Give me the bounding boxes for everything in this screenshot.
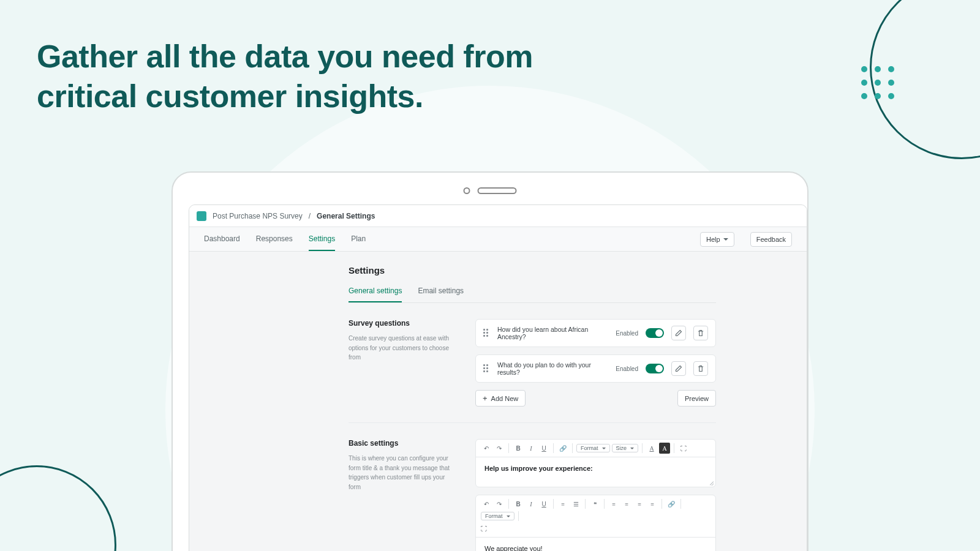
tab-settings[interactable]: Settings [309, 227, 335, 251]
tab-plan[interactable]: Plan [351, 227, 366, 251]
align-left-icon[interactable]: ≡ [608, 498, 619, 509]
message-editor: ↶ ↷ B I U ≡ ☰ ❝ ≡ [475, 495, 716, 551]
redo-icon[interactable]: ↷ [494, 498, 505, 509]
ordered-list-icon[interactable]: ≡ [557, 498, 568, 509]
delete-button[interactable] [693, 361, 708, 376]
page-title: Settings [349, 265, 807, 276]
subtab-email[interactable]: Email settings [418, 287, 464, 302]
chevron-down-icon [723, 238, 728, 241]
tab-dashboard[interactable]: Dashboard [204, 227, 240, 251]
basic-section-desc: This is where you can configure your for… [349, 454, 456, 492]
text-color-icon[interactable]: A [646, 443, 657, 454]
editor-toolbar: ↶ ↷ B I U 🔗 Format Size A [476, 440, 715, 457]
plus-icon: + [483, 394, 488, 402]
help-button[interactable]: Help [700, 232, 734, 247]
settings-subtabs: General settings Email settings [349, 287, 716, 303]
undo-icon[interactable]: ↶ [481, 498, 492, 509]
edit-button[interactable] [671, 326, 686, 340]
align-right-icon[interactable]: ≡ [634, 498, 645, 509]
align-center-icon[interactable]: ≡ [621, 498, 632, 509]
edit-button[interactable] [671, 361, 686, 376]
bold-icon[interactable]: B [513, 443, 524, 454]
question-row: How did you learn about African Ancestry… [475, 319, 716, 347]
bold-icon[interactable]: B [513, 498, 524, 509]
underline-icon[interactable]: U [538, 443, 549, 454]
fullscreen-icon[interactable]: ⛶ [678, 443, 689, 454]
add-new-button[interactable]: + Add New [475, 390, 526, 407]
drag-handle-icon[interactable] [483, 329, 490, 337]
question-row: What do you plan to do with your results… [475, 354, 716, 383]
resize-handle-icon[interactable] [708, 479, 714, 485]
decorative-dots [861, 66, 894, 99]
format-select[interactable]: Format [481, 512, 514, 520]
unordered-list-icon[interactable]: ☰ [570, 498, 581, 509]
basic-section-title: Basic settings [349, 439, 456, 448]
drag-handle-icon[interactable] [483, 364, 490, 373]
title-editor-text: Help us improve your experience: [484, 465, 593, 472]
bg-color-icon[interactable]: A [659, 443, 670, 454]
help-label: Help [706, 236, 720, 243]
breadcrumb-app: Post Purchase NPS Survey [213, 212, 303, 220]
breadcrumb-sep: / [309, 212, 311, 220]
survey-section-desc: Create survey questions at ease with opt… [349, 334, 456, 362]
question-status: Enabled [616, 365, 638, 372]
top-tabs: Dashboard Responses Settings Plan Help F… [189, 227, 807, 252]
marketing-headline: Gather all the data you need from critic… [37, 37, 588, 116]
question-text: What do you plan to do with your results… [497, 361, 608, 376]
tab-responses[interactable]: Responses [256, 227, 293, 251]
question-text: How did you learn about African Ancestry… [497, 326, 608, 340]
basic-settings-section: Basic settings This is where you can con… [349, 423, 716, 551]
link-icon[interactable]: 🔗 [666, 498, 677, 509]
title-editor: ↶ ↷ B I U 🔗 Format Size A [475, 439, 716, 487]
format-select[interactable]: Format [576, 444, 610, 452]
italic-icon[interactable]: I [526, 443, 537, 454]
decorative-arc-bottom [0, 465, 116, 551]
message-editor-body[interactable]: We appreciate you! [476, 538, 715, 551]
question-status: Enabled [616, 330, 638, 337]
fullscreen-icon[interactable]: ⛶ [481, 523, 710, 534]
quote-icon[interactable]: ❝ [589, 498, 600, 509]
device-frame: Post Purchase NPS Survey / General Setti… [172, 171, 809, 551]
enable-toggle[interactable] [646, 328, 664, 338]
content-area: Settings General settings Email settings… [189, 252, 807, 551]
undo-icon[interactable]: ↶ [481, 443, 492, 454]
breadcrumb-page: General Settings [317, 212, 375, 220]
preview-button[interactable]: Preview [677, 390, 716, 407]
align-justify-icon[interactable]: ≡ [647, 498, 658, 509]
survey-section-title: Survey questions [349, 319, 456, 328]
link-icon[interactable]: 🔗 [557, 443, 568, 454]
title-editor-body[interactable]: Help us improve your experience: [476, 457, 715, 487]
redo-icon[interactable]: ↷ [494, 443, 505, 454]
italic-icon[interactable]: I [526, 498, 537, 509]
editor-toolbar: ↶ ↷ B I U ≡ ☰ ❝ ≡ [476, 495, 715, 538]
app-titlebar: Post Purchase NPS Survey / General Setti… [189, 205, 807, 227]
message-editor-text: We appreciate you! [484, 545, 543, 551]
feedback-button[interactable]: Feedback [750, 232, 792, 247]
delete-button[interactable] [693, 326, 708, 340]
add-new-label: Add New [491, 395, 519, 402]
enable-toggle[interactable] [646, 364, 664, 373]
preview-label: Preview [685, 395, 709, 402]
app-screen: Post Purchase NPS Survey / General Setti… [189, 204, 807, 551]
size-select[interactable]: Size [612, 444, 639, 452]
device-camera [464, 187, 517, 194]
feedback-label: Feedback [756, 236, 786, 243]
underline-icon[interactable]: U [538, 498, 549, 509]
subtab-general[interactable]: General settings [349, 287, 402, 302]
app-logo-icon [197, 211, 206, 221]
survey-questions-section: Survey questions Create survey questions… [349, 303, 716, 423]
